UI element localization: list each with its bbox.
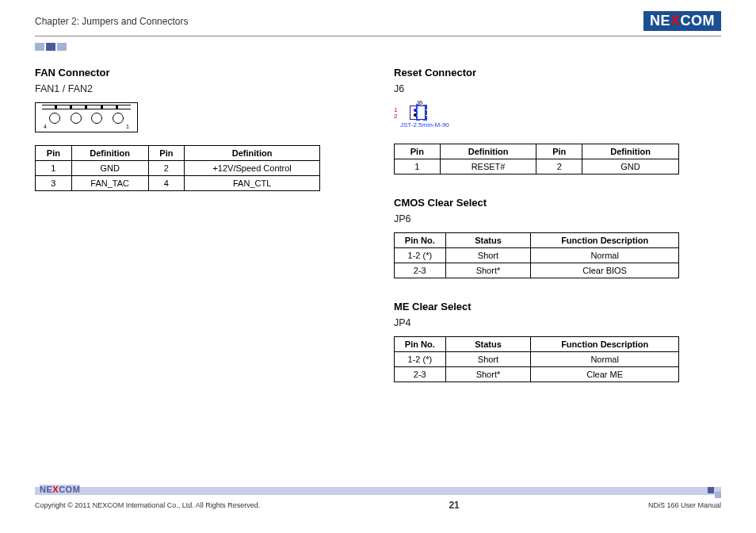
fan-pin4-label: 4 [44,124,47,129]
me-table: Pin No. Status Function Description 1-2 … [394,336,679,382]
reset-subtitle: J6 [394,83,721,94]
footer-logo: NEXCOM [40,485,80,494]
logo-x: X [670,13,681,29]
reset-diagram: J6 1 2 JST-2.5mm-M-90 [394,102,497,134]
brand-logo: NEXCOM [643,11,721,31]
reset-th-pin2: Pin [536,144,582,159]
chapter-title: Chapter 2: Jumpers and Connectors [35,16,188,27]
reset-pin2: 2 [394,113,397,120]
logo-c: C [680,13,691,29]
me-th-status: Status [445,337,531,352]
me-th-func: Function Description [531,337,679,352]
table-row: 1 GND 2 +12V/Speed Control [36,161,320,176]
fan-table: Pin Definition Pin Definition 1 GND 2 +1… [35,145,320,191]
manual-name: NDiS 166 User Manual [648,501,721,509]
reset-th-pin1: Pin [395,144,441,159]
fan-th-def2: Definition [185,146,320,161]
reset-th-def1: Definition [440,144,536,159]
fan-th-pin2: Pin [148,146,185,161]
fan-slot [42,105,131,109]
table-row: 2-3 Short* Clear ME [395,367,679,382]
reset-table: Pin Definition Pin Definition 1 RESET# 2… [394,144,679,174]
copyright-text: Copyright © 2011 NEXCOM International Co… [35,501,260,509]
cmos-th-status: Status [445,233,531,248]
table-row: 1-2 (*) Short Normal [395,352,679,367]
cmos-subtitle: JP6 [394,213,721,224]
fan-subtitle: FAN1 / FAN2 [35,83,362,94]
fan-th-def1: Definition [71,146,148,161]
footer-rule [35,487,721,495]
logo-o: O [691,13,703,29]
header-rule [35,36,721,36]
me-th-pin: Pin No. [395,337,446,352]
reset-th-def2: Definition [582,144,679,159]
decorative-squares [35,43,756,51]
footer-squares [708,492,721,498]
logo-e1: E [660,13,670,29]
reset-title: Reset Connector [394,67,721,79]
me-subtitle: JP4 [394,317,721,328]
fan-circles [36,113,137,124]
table-row: 3 FAN_TAC 4 FAN_CTL [36,176,320,191]
fan-title: FAN Connector [35,67,362,79]
fan-diagram: 4 1 [35,102,138,132]
reset-highlight-icon [416,105,427,121]
left-column: FAN Connector FAN1 / FAN2 4 1 Pin Defini… [35,67,362,405]
table-row: 1-2 (*) Short Normal [395,248,679,263]
logo-m: M [703,13,716,29]
cmos-title: CMOS Clear Select [394,197,721,209]
cmos-th-pin: Pin No. [395,233,446,248]
cmos-th-func: Function Description [531,233,679,248]
table-row: 1 RESET# 2 GND [395,159,679,174]
page-number: 21 [449,500,459,511]
right-column: Reset Connector J6 J6 1 2 JST-2.5mm-M-90… [394,67,721,405]
fan-th-pin1: Pin [36,146,72,161]
me-title: ME Clear Select [394,301,721,313]
cmos-table: Pin No. Status Function Description 1-2 … [394,232,679,278]
fan-pin1-label: 1 [126,124,129,129]
logo-n: N [650,13,661,29]
reset-part-label: JST-2.5mm-M-90 [400,121,449,128]
table-row: 2-3 Short* Clear BIOS [395,263,679,278]
